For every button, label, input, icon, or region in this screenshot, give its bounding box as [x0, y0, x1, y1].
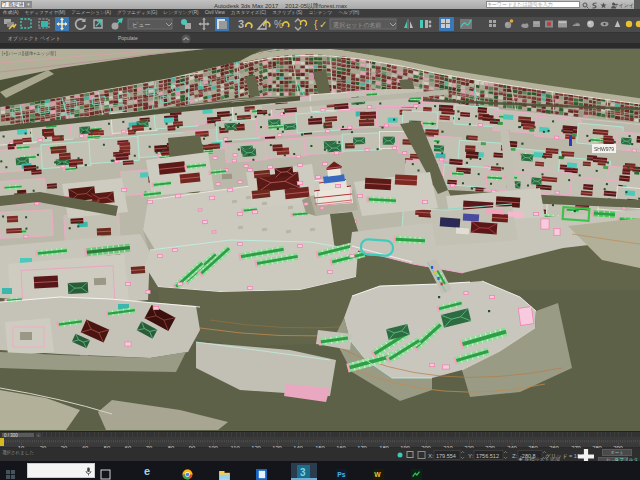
svg-text:Y:: Y:	[468, 453, 474, 459]
svg-text:3: 3	[238, 18, 244, 30]
svg-text:Z:: Z:	[512, 453, 518, 459]
svg-text:✓: ✓	[319, 19, 327, 30]
svg-text:%: %	[274, 19, 283, 30]
svg-text:3: 3	[300, 467, 306, 478]
svg-text:ビュー: ビュー	[132, 22, 150, 28]
svg-text:1756.512: 1756.512	[476, 453, 499, 459]
svg-text:X:: X:	[428, 453, 434, 459]
svg-text:選択セットの名前: 選択セットの名前	[333, 21, 382, 29]
svg-text:SHW979: SHW979	[594, 146, 614, 152]
svg-text:W: W	[374, 471, 381, 478]
svg-text:Ps: Ps	[337, 471, 346, 478]
svg-text:179.554: 179.554	[436, 453, 456, 459]
